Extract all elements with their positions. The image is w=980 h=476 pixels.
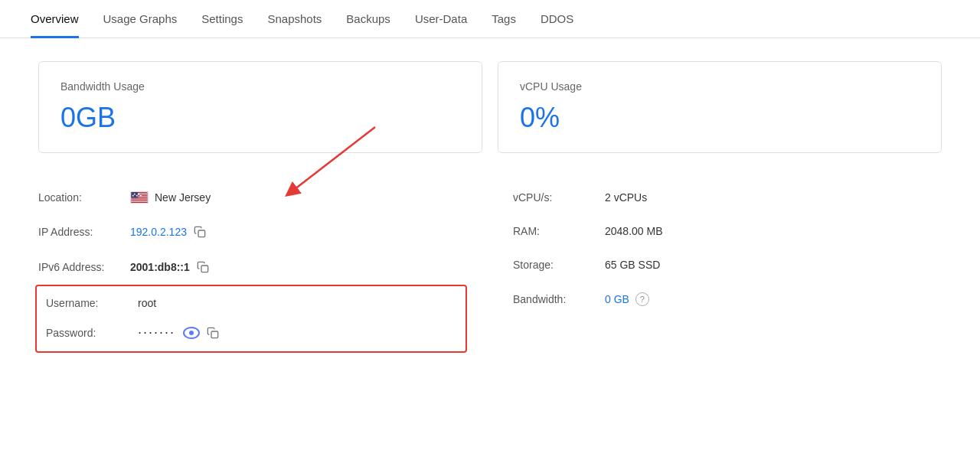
tab-user-data[interactable]: User-Data [415, 0, 467, 38]
svg-rect-12 [132, 201, 148, 202]
nav-tabs: Overview Usage Graphs Settings Snapshots… [0, 0, 980, 38]
password-label: Password: [46, 327, 138, 339]
bandwidth-row: Bandwidth: 0 GB ? [513, 282, 942, 317]
password-copy-icon[interactable] [206, 326, 220, 340]
bandwidth-card: Bandwidth Usage 0GB [38, 61, 482, 153]
svg-text:★★: ★★ [133, 192, 141, 196]
svg-rect-8 [132, 198, 148, 199]
storage-row: Storage: 65 GB SSD [513, 248, 942, 282]
tab-tags[interactable]: Tags [492, 0, 516, 38]
password-value: ······· [138, 324, 175, 341]
bandwidth-info-label: Bandwidth: [513, 293, 605, 305]
storage-label: Storage: [513, 259, 605, 271]
storage-value: 65 GB SSD [605, 259, 660, 271]
us-flag-icon: ★★★ ★★ [130, 191, 149, 204]
bandwidth-value: 0GB [60, 102, 460, 134]
info-right-col: vCPU/s: 2 vCPUs RAM: 2048.00 MB Storage:… [513, 181, 942, 353]
svg-rect-13 [132, 202, 148, 203]
location-value: ★★★ ★★ New Jersey [130, 191, 211, 204]
ram-label: RAM: [513, 225, 605, 237]
bandwidth-label: Bandwidth Usage [60, 80, 460, 93]
password-row: Password: ······· [37, 317, 456, 348]
ip-address-label: IP Address: [38, 226, 130, 238]
tab-ddos[interactable]: DDOS [541, 0, 573, 38]
username-value: root [138, 297, 156, 309]
ram-value: 2048.00 MB [605, 225, 663, 237]
location-label: Location: [38, 191, 130, 204]
svg-point-20 [189, 331, 194, 335]
vcpu-label: vCPU Usage [520, 80, 920, 93]
ipv6-address-label: IPv6 Address: [38, 261, 130, 273]
username-row: Username: root [37, 289, 456, 317]
tab-usage-graphs[interactable]: Usage Graphs [103, 0, 178, 38]
svg-rect-21 [211, 331, 218, 338]
ip-address-value: 192.0.2.123 [130, 226, 187, 238]
usage-cards: Bandwidth Usage 0GB vCPU Usage 0% [38, 61, 942, 153]
username-label: Username: [46, 297, 138, 309]
vcpu-card: vCPU Usage 0% [498, 61, 942, 153]
vcpu-value: 0% [520, 102, 920, 134]
svg-rect-18 [201, 266, 208, 272]
svg-rect-9 [132, 199, 148, 200]
ipv6-address-row: IPv6 Address: 2001:db8::1 [38, 249, 467, 285]
location-name: New Jersey [155, 191, 211, 204]
credentials-box: Username: root Password: ······· [35, 285, 467, 353]
vcpus-row: vCPU/s: 2 vCPUs [513, 181, 942, 214]
tab-backups[interactable]: Backups [346, 0, 390, 38]
svg-rect-10 [132, 200, 148, 201]
bandwidth-help-icon[interactable]: ? [635, 292, 649, 306]
vcpus-value: 2 vCPUs [605, 191, 647, 204]
password-eye-icon[interactable] [183, 327, 200, 339]
ipv6-copy-icon[interactable] [196, 260, 210, 274]
info-grid: Location: [38, 181, 942, 353]
info-left-col: Location: [38, 181, 467, 353]
svg-rect-11 [132, 201, 148, 201]
vcpus-label: vCPU/s: [513, 191, 605, 204]
ip-address-row: IP Address: 192.0.2.123 [38, 214, 467, 249]
tab-overview[interactable]: Overview [31, 0, 79, 38]
bandwidth-info-value: 0 GB [605, 293, 629, 305]
svg-rect-17 [198, 230, 205, 237]
ram-row: RAM: 2048.00 MB [513, 214, 942, 248]
tab-snapshots[interactable]: Snapshots [267, 0, 322, 38]
ip-copy-icon[interactable] [193, 225, 207, 239]
password-dots: ······· [138, 324, 175, 341]
main-content: Bandwidth Usage 0GB vCPU Usage 0% Locati… [0, 38, 980, 376]
location-row: Location: [38, 181, 467, 214]
tab-settings[interactable]: Settings [201, 0, 243, 38]
ipv6-address-value: 2001:db8::1 [130, 261, 190, 273]
